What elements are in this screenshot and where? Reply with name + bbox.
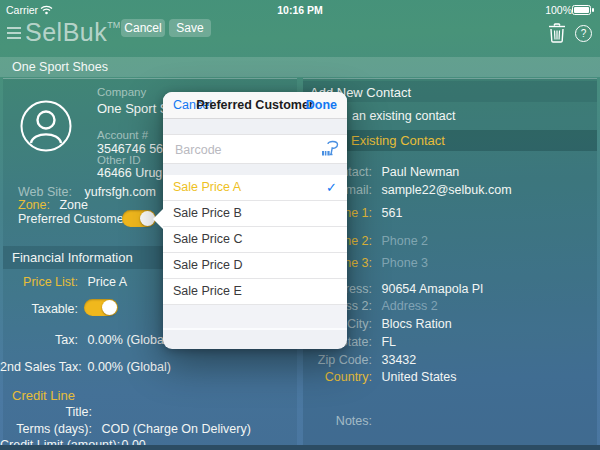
notes-label: Notes: (303, 414, 372, 428)
contact-name-value[interactable]: Paul Newman (381, 165, 459, 179)
account-number-label: Account # (97, 129, 148, 141)
price-list-row: Price List: Price A (0, 275, 127, 289)
tax-label: Tax: (0, 333, 78, 347)
city-value[interactable]: Blocs Ration (381, 317, 451, 331)
price-list-value[interactable]: Price A (87, 275, 127, 289)
barcode-input[interactable] (173, 139, 307, 161)
credit-title-row: Title: (0, 405, 98, 419)
checkmark-icon: ✓ (326, 175, 337, 200)
existing-contact-band (303, 130, 597, 151)
help-icon[interactable]: ? (575, 25, 592, 42)
option-sale-price-a[interactable]: Sale Price A ✓ (163, 175, 347, 201)
status-bar: Carrier 10:16 PM 100% (0, 0, 600, 20)
notes-row: Notes: (303, 414, 378, 428)
existing-contact-title: Existing Contact (351, 133, 445, 148)
record-title-bar: One Sport Shoes (0, 57, 600, 77)
app-logo: SelBukTM (25, 18, 120, 47)
existing-contact-subtitle[interactable]: an existing contact (352, 109, 456, 123)
terms-row: Terms (days): COD (Charge On Delivery) (0, 422, 251, 436)
phone1-value[interactable]: 561 (381, 206, 402, 220)
option-sale-price-d[interactable]: Sale Price D (163, 253, 347, 279)
menu-icon[interactable] (7, 27, 21, 42)
option-sale-price-b[interactable]: Sale Price B (163, 201, 347, 227)
country-value[interactable]: United States (381, 370, 456, 384)
credit-line-section-title: Credit Line (12, 388, 75, 403)
other-id-value[interactable]: 46466 Urug (97, 166, 162, 180)
save-button[interactable]: Save (169, 19, 211, 37)
financial-section-title: Financial Information (12, 250, 133, 265)
popover-done-button[interactable]: Done (306, 92, 337, 118)
popover-header: Cancel Preferred Customer Done (163, 92, 347, 119)
address2-placeholder[interactable]: Address 2 (381, 299, 437, 313)
barcode-field-row (163, 134, 347, 164)
price-list-label: Price List: (0, 275, 78, 289)
country-row: Country: United States (303, 370, 457, 384)
website-row: Web Site: yufrsfgh.com (18, 185, 156, 199)
zip-row: Zip Code: 33432 (303, 353, 416, 367)
customer-avatar[interactable] (20, 100, 72, 152)
terms-label: Terms (days): (0, 422, 92, 436)
phone3-placeholder[interactable]: Phone 3 (381, 256, 428, 270)
bottom-bar (0, 445, 600, 450)
company-label: Company (97, 86, 146, 98)
record-title: One Sport Shoes (12, 60, 108, 74)
second-sales-tax-value[interactable]: 0.00% (Global) (87, 360, 170, 374)
option-sale-price-e[interactable]: Sale Price E (163, 279, 347, 305)
email-value[interactable]: sample22@selbuk.com (381, 183, 511, 197)
cancel-button[interactable]: Cancel (121, 19, 165, 37)
phone2-placeholder[interactable]: Phone 2 (381, 234, 428, 248)
second-sales-tax-label: 2nd Sales Tax: (0, 360, 78, 374)
app-screen: Carrier 10:16 PM 100% SelBukTM Cancel Sa… (0, 0, 600, 450)
taxable-row: Taxable: (0, 302, 78, 316)
terms-value[interactable]: COD (Charge On Delivery) (101, 422, 250, 436)
zone-label: Zone: (18, 198, 50, 212)
zip-label: Zip Code: (303, 353, 372, 367)
credit-title-label: Title: (0, 405, 92, 419)
state-value[interactable]: FL (381, 335, 396, 349)
tax-row: Tax: 0.00% (Global) (0, 333, 171, 347)
empty-option-row (163, 305, 347, 330)
address-value[interactable]: 90654 Amapola Pl (381, 282, 482, 296)
clock: 10:16 PM (0, 4, 600, 16)
barcode-scanner-icon[interactable] (320, 139, 340, 159)
preferred-customer-toggle[interactable] (122, 210, 156, 227)
website-label: Web Site: (18, 185, 72, 199)
trash-icon[interactable] (548, 23, 566, 43)
country-label: Country: (303, 370, 372, 384)
second-sales-tax-row: 2nd Sales Tax: 0.00% (Global) (0, 360, 171, 374)
zone-row: Zone: Zone (18, 198, 88, 212)
option-sale-price-c[interactable]: Sale Price C (163, 227, 347, 253)
zone-value[interactable]: Zone (59, 198, 88, 212)
preferred-customer-label: Preferred Customer: (18, 212, 131, 226)
battery-percent: 100% (545, 4, 572, 16)
taxable-toggle[interactable] (84, 299, 118, 316)
tax-value[interactable]: 0.00% (Global) (87, 333, 170, 347)
zip-value[interactable]: 33432 (381, 353, 416, 367)
other-id-label: Other ID (97, 154, 140, 166)
website-value[interactable]: yufrsfgh.com (84, 185, 156, 199)
preferred-customer-popover: Cancel Preferred Customer Done Sale Pric… (163, 92, 347, 349)
taxable-label: Taxable: (0, 302, 78, 316)
battery-icon (572, 5, 594, 15)
